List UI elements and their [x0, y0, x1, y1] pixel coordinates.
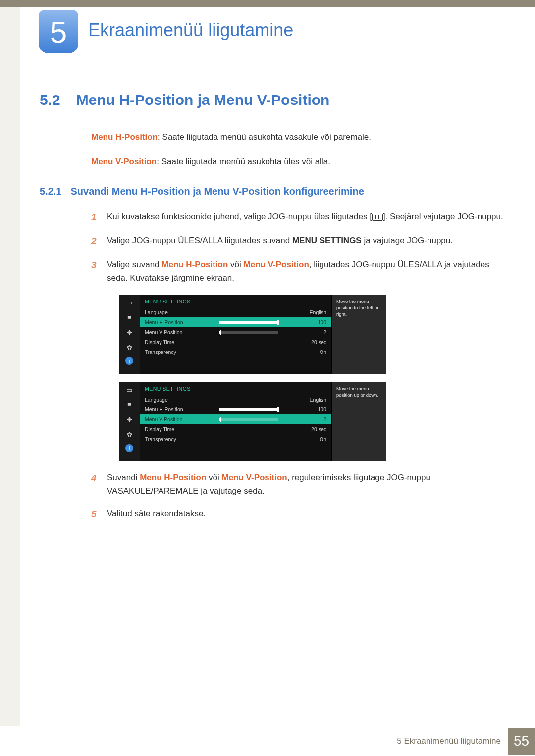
osd-row-vposition: Menu V-Position 2: [140, 414, 331, 424]
page-number: 55: [508, 728, 535, 755]
monitor-icon: ▭: [124, 298, 135, 307]
list-icon: ≡: [124, 400, 135, 409]
para-vposition: Menu V-Position: Saate liigutada menüü a…: [91, 155, 505, 168]
step-text: Valige suvand Menu H-Position või Menu V…: [107, 258, 505, 285]
osd-menu-vposition: ▭ ≡ ✥ ✿ i MENU SETTINGS Language English…: [119, 382, 386, 461]
slider-bar: [219, 321, 278, 324]
left-margin-bar: [0, 7, 20, 726]
section-title: Menu H-Position ja Menu V-Position: [76, 92, 330, 108]
steps-list: 1 Kui kuvatakse funktsioonide juhend, va…: [91, 210, 505, 285]
step-1: 1 Kui kuvatakse funktsioonide juhend, va…: [91, 210, 505, 225]
osd-sidebar: ▭ ≡ ✥ ✿ i: [119, 295, 140, 374]
osd-row-vposition: Menu V-Position 2: [140, 327, 331, 337]
osd-row-transparency: Transparency On: [140, 434, 331, 444]
term-hposition: Menu H-Position: [91, 132, 158, 142]
osd-sidebar: ▭ ≡ ✥ ✿ i: [119, 382, 140, 461]
step-text: Valige JOG-nuppu ÜLES/ALLA liigutades su…: [107, 234, 453, 249]
subsection-heading: 5.2.1Suvandi Menu H-Position ja Menu V-P…: [40, 186, 505, 197]
move-icon: ✥: [124, 327, 135, 337]
jog-icon: [372, 214, 383, 221]
para-hposition: Menu H-Position: Saate liigutada menüü a…: [91, 131, 505, 144]
list-icon: ≡: [124, 312, 135, 322]
term-vposition: Menu V-Position: [91, 157, 157, 166]
step-text: Suvandi Menu H-Position või Menu V-Posit…: [107, 471, 505, 498]
step-4: 4 Suvandi Menu H-Position või Menu V-Pos…: [91, 471, 505, 498]
page-footer: 5 Ekraanimenüü liigutamine 55: [0, 726, 535, 756]
gear-icon: ✿: [124, 342, 135, 352]
osd-main: MENU SETTINGS Language English Menu H-Po…: [140, 382, 332, 461]
para-hposition-rest: : Saate liigutada menüü asukohta vasakul…: [158, 132, 371, 142]
chapter-title: Ekraanimenüü liigutamine: [88, 20, 293, 41]
step-number: 4: [91, 471, 107, 498]
header-accent-bar: [0, 0, 535, 7]
chapter-badge: 5: [39, 10, 78, 53]
step-number: 3: [91, 258, 107, 285]
osd-menu-hposition: ▭ ≡ ✥ ✿ i MENU SETTINGS Language English…: [119, 295, 386, 374]
osd-row-displaytime: Display Time 20 sec: [140, 337, 331, 347]
step-number: 2: [91, 234, 107, 249]
osd-row-transparency: Transparency On: [140, 347, 331, 357]
osd-row-displaytime: Display Time 20 sec: [140, 424, 331, 434]
section-body: 5.2Menu H-Position ja Menu V-Position Me…: [40, 92, 505, 531]
osd-row-hposition: Menu H-Position 100: [140, 317, 331, 327]
subsection-title: Suvandi Menu H-Position ja Menu V-Positi…: [70, 186, 364, 197]
step-text: Kui kuvatakse funktsioonide juhend, vali…: [107, 210, 503, 225]
step-number: 5: [91, 507, 107, 522]
osd-title: MENU SETTINGS: [140, 384, 331, 395]
section-number: 5.2: [40, 92, 60, 108]
osd-main: MENU SETTINGS Language English Menu H-Po…: [140, 295, 332, 374]
subsection-number: 5.2.1: [40, 186, 61, 197]
step-text: Valitud säte rakendatakse.: [107, 507, 206, 522]
step-3: 3 Valige suvand Menu H-Position või Menu…: [91, 258, 505, 285]
section-heading: 5.2Menu H-Position ja Menu V-Position: [40, 92, 505, 108]
osd-description: Move the menu position to the left or ri…: [332, 295, 386, 374]
gear-icon: ✿: [124, 429, 135, 439]
chapter-number: 5: [50, 14, 67, 50]
step-5: 5 Valitud säte rakendatakse.: [91, 507, 505, 522]
slider-bar: [219, 331, 278, 334]
info-icon: i: [125, 444, 133, 452]
osd-title: MENU SETTINGS: [140, 297, 331, 307]
osd-description: Move the menu position up or down.: [332, 382, 386, 461]
footer-breadcrumb: 5 Ekraanimenüü liigutamine: [397, 736, 501, 746]
osd-row-language: Language English: [140, 395, 331, 404]
step-2: 2 Valige JOG-nuppu ÜLES/ALLA liigutades …: [91, 234, 505, 249]
move-icon: ✥: [124, 414, 135, 424]
monitor-icon: ▭: [124, 385, 135, 395]
steps-list-cont: 4 Suvandi Menu H-Position või Menu V-Pos…: [91, 471, 505, 522]
osd-screenshots: ▭ ≡ ✥ ✿ i MENU SETTINGS Language English…: [119, 295, 505, 461]
slider-bar: [219, 418, 278, 421]
info-icon: i: [125, 357, 133, 365]
osd-row-language: Language English: [140, 307, 331, 317]
slider-bar: [219, 408, 278, 411]
step-number: 1: [91, 210, 107, 225]
osd-row-hposition: Menu H-Position 100: [140, 404, 331, 414]
para-vposition-rest: : Saate liigutada menüü asukohta üles võ…: [157, 157, 330, 166]
